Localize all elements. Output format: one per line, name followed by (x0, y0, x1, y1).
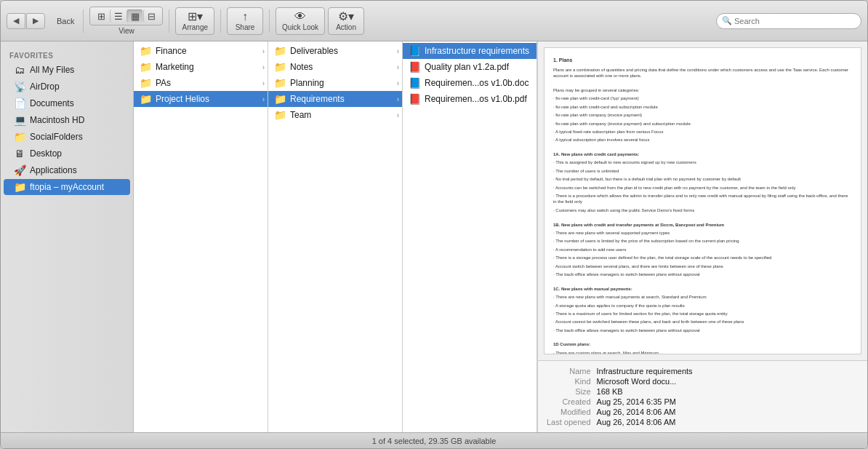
preview-1d-1: · There are custom plans at search, Max … (553, 350, 852, 354)
macintosh-hd-icon: 💻 (14, 114, 25, 126)
preview-doc-line-2: · fix-rate plan with credit-card ('typ' … (553, 95, 852, 101)
col2-notes[interactable]: 📁 Notes › (268, 59, 402, 75)
col2-deliverables[interactable]: 📁 Deliverables › (268, 43, 402, 59)
preview-1c-5: · The back-office allows managers to swi… (553, 327, 852, 333)
kind-label: Kind (547, 377, 591, 386)
share-button[interactable]: ↑ Share (227, 7, 263, 35)
documents-icon: 📄 (14, 98, 25, 109)
col2-notes-label: Notes (290, 62, 313, 72)
sidebar-item-label-desktop: Desktop (30, 148, 62, 159)
preview-section-1c: 1C. New plans with manual payments: (553, 286, 852, 292)
action-label: Action (336, 23, 356, 31)
last-opened-label: Last opened (547, 418, 591, 426)
name-label: Name (547, 367, 591, 376)
icon-list[interactable]: ☰ (110, 9, 126, 23)
preview-doc-line-1: Plans may be grouped in several categori… (553, 87, 852, 93)
applications-icon: 🚀 (14, 164, 25, 176)
preview-1b-2: · The number of users is limited by the … (553, 238, 852, 244)
view-button[interactable]: ⊞ ☰ ▦ ⊟ View (89, 7, 163, 35)
chevron-finance: › (262, 47, 265, 55)
arrange-button[interactable]: ⊞▾ Arrange (175, 7, 214, 35)
sidebar-item-documents[interactable]: 📄 Documents (4, 95, 130, 111)
sidebar-item-socialfolders[interactable]: 📁 SocialFolders (4, 129, 130, 145)
folder-icon-notes: 📁 (274, 61, 286, 73)
file-requirements-doc-label: Requiremen...os v1.0b.doc (425, 78, 529, 88)
separator-1 (83, 9, 84, 33)
icon-grid[interactable]: ⊞ (93, 9, 109, 23)
file-info-panel: Name Infrastructure requirements Kind Mi… (538, 360, 867, 432)
chevron-pas: › (262, 79, 265, 87)
action-icon: ⚙▾ (338, 11, 354, 23)
browser-area: 📁 Finance › 📁 Marketing › 📁 PAs › 📁 Proj… (134, 41, 867, 432)
modified-value: Aug 26, 2014 8:06 AM (597, 408, 859, 416)
icon-columns[interactable]: ▦ (126, 9, 142, 23)
preview-1b-6: · The back-office allows managers to swi… (553, 271, 852, 277)
word-icon-infrastructure: 📘 (409, 45, 421, 57)
folder-icon-planning: 📁 (274, 77, 286, 89)
preview-1b-3: · A recommendation to add new users (553, 247, 852, 253)
sidebar-item-macintosh-hd[interactable]: 💻 Macintosh HD (4, 112, 130, 128)
socialfolders-icon: 📁 (14, 131, 25, 143)
file-quality-plan-label: Quality plan v1.2a.pdf (425, 62, 509, 72)
ftopia-icon: 📁 (14, 181, 25, 193)
col2-requirements-label: Requirements (290, 94, 345, 104)
back-button[interactable]: ◀ (7, 13, 25, 29)
file-infrastructure-req[interactable]: 📘 Infrastructure requirements (403, 43, 537, 59)
preview-1b-1: · There are new plans with several suppo… (553, 230, 852, 236)
modified-label: Modified (547, 408, 591, 416)
size-value: 168 KB (597, 387, 859, 396)
col1-marketing[interactable]: 📁 Marketing › (134, 59, 268, 75)
preview-1b-5: · Account switch between several plans, … (553, 263, 852, 269)
sidebar-item-label-all-my-files: All My Files (30, 65, 74, 75)
col2-requirements[interactable]: 📁 Requirements › (268, 91, 402, 107)
icon-coverflow[interactable]: ⊟ (143, 9, 159, 23)
preview-1c-2: · A storage quota also applies to compan… (553, 303, 852, 309)
col2-planning[interactable]: 📁 Planning › (268, 75, 402, 91)
file-requirements-pdf-label: Requiremen...os v1.0b.pdf (425, 94, 527, 104)
pdf-icon-req-pdf: 📕 (409, 93, 421, 105)
sidebar-item-all-my-files[interactable]: 🗂 All My Files (4, 62, 130, 78)
col2-planning-label: Planning (290, 78, 324, 88)
file-requirements-pdf[interactable]: 📕 Requiremen...os v1.0b.pdf (403, 91, 537, 107)
desktop-icon: 🖥 (14, 148, 25, 159)
sidebar: FAVORITES 🗂 All My Files 📡 AirDrop 📄 Doc… (1, 41, 134, 432)
file-requirements-doc[interactable]: 📘 Requiremen...os v1.0b.doc (403, 75, 537, 91)
sidebar-section-label: FAVORITES (1, 47, 133, 61)
preview-document: 1. Plans Plans are a combination of quan… (544, 47, 861, 354)
sidebar-item-ftopia[interactable]: 📁 ftopia – myAccount (4, 179, 130, 195)
toolbar: ◀ ▶ Back ⊞ ☰ ▦ ⊟ View ⊞▾ Arrange ↑ S (1, 1, 867, 41)
col1-project-helios[interactable]: 📁 Project Helios › (134, 91, 268, 107)
preview-doc-line-4: · fix-rate plan with company (invoice pa… (553, 112, 852, 118)
sidebar-item-applications[interactable]: 🚀 Applications (4, 162, 130, 178)
col1-finance[interactable]: 📁 Finance › (134, 43, 268, 59)
preview-1a-5: · There is a procedure which allows the … (553, 193, 852, 205)
main-content: FAVORITES 🗂 All My Files 📡 AirDrop 📄 Doc… (1, 41, 867, 432)
sidebar-item-airdrop[interactable]: 📡 AirDrop (4, 79, 130, 95)
file-infrastructure-req-label: Infrastructure requirements (425, 46, 529, 56)
preview-doc-line-0: Plans are a combination of quantities an… (553, 67, 852, 79)
col1-pas-label: PAs (156, 78, 171, 88)
preview-1a-3: · No trial period by default, but there … (553, 176, 852, 182)
chevron-notes: › (397, 63, 399, 71)
chevron-requirements: › (397, 95, 399, 103)
forward-button[interactable]: ▶ (26, 13, 45, 29)
file-quality-plan[interactable]: 📕 Quality plan v1.2a.pdf (403, 59, 537, 75)
folder-icon-pas: 📁 (140, 77, 152, 89)
preview-section-1a: 1A. New plans with credit card payments: (553, 151, 852, 157)
col1-pas[interactable]: 📁 PAs › (134, 75, 268, 91)
arrange-icon: ⊞▾ (188, 11, 203, 23)
preview-section-1b: 1B. New plans with credit and transfer p… (553, 222, 852, 228)
pdf-icon-quality: 📕 (409, 61, 421, 73)
preview-doc-title: 1. Plans (553, 57, 852, 64)
status-bar: 1 of 4 selected, 29.35 GB available (1, 432, 867, 448)
quicklook-button[interactable]: 👁 Quick Look (276, 7, 325, 35)
col2-team[interactable]: 📁 Team › (268, 107, 402, 123)
search-input[interactable] (716, 13, 861, 29)
action-button[interactable]: ⚙▾ Action (328, 7, 364, 35)
sidebar-item-label-airdrop: AirDrop (30, 82, 60, 92)
folder-icon-requirements: 📁 (274, 93, 286, 105)
back-label: Back (57, 17, 74, 25)
preview-doc-line-6: · A typical fixed-rate subscription plan… (553, 129, 852, 135)
view-label: View (118, 27, 134, 35)
sidebar-item-desktop[interactable]: 🖥 Desktop (4, 146, 130, 162)
